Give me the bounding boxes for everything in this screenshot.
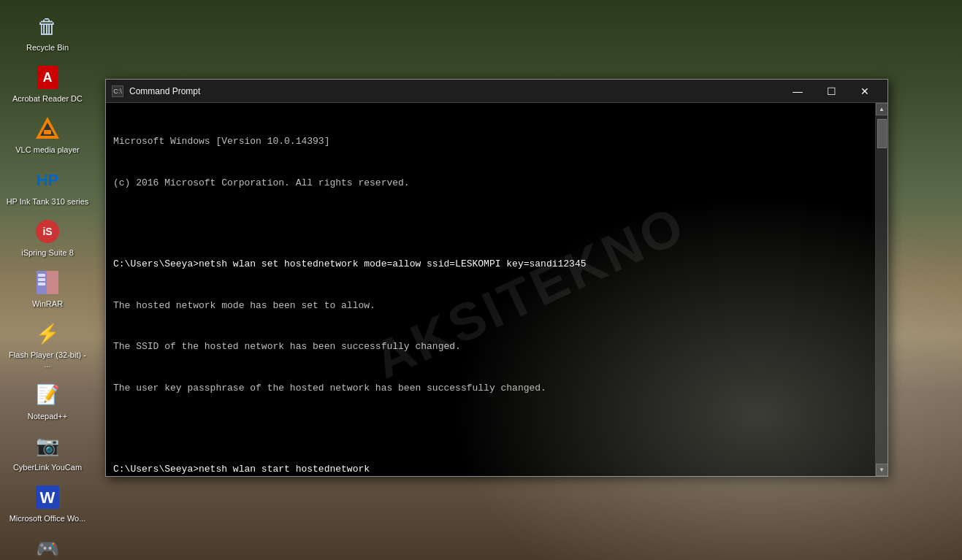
cmd-version-line1: Microsoft Windows [Version 10.0.14393] <box>113 135 868 148</box>
desktop: 🗑 Recycle Bin A Acrobat Reader DC VLC me… <box>0 0 962 560</box>
cmd-blank1 <box>113 218 868 231</box>
svg-text:A: A <box>43 70 53 85</box>
ispring-icon: iS <box>33 217 62 246</box>
scrollbar-thumb[interactable] <box>877 119 887 148</box>
ms-office-icon: W <box>33 483 62 512</box>
cmd-body: Microsoft Windows [Version 10.0.14393] (… <box>106 103 887 476</box>
icon-vlc[interactable]: VLC media player <box>0 110 95 159</box>
cmd-copyright-line: (c) 2016 Microsoft Corporation. All righ… <box>113 177 868 190</box>
cmd-response1b: The SSID of the hosted network has been … <box>113 340 868 353</box>
icon-acrobat[interactable]: A Acrobat Reader DC <box>0 58 95 108</box>
icon-recycle-bin[interactable]: 🗑 Recycle Bin <box>0 7 95 57</box>
icon-hp-label: HP Ink Tank 310 series <box>7 197 89 207</box>
svg-rect-11 <box>38 283 45 285</box>
cmd-blank2 <box>113 423 868 436</box>
cmd-window-title: Command Prompt <box>129 86 781 96</box>
cmd-response1c: The user key passphrase of the hosted ne… <box>113 382 868 395</box>
icon-hp[interactable]: HP HP Ink Tank 310 series <box>0 161 95 211</box>
icon-notepad[interactable]: 📝 Notepad++ <box>0 376 95 426</box>
icon-notepad-label: Notepad++ <box>28 412 67 421</box>
icon-winrar-label: WinRAR <box>32 299 63 309</box>
hp-icon: HP <box>33 166 62 195</box>
scrollbar-track[interactable] <box>876 115 887 464</box>
close-button[interactable]: ✕ <box>848 80 882 103</box>
scrollbar-up-button[interactable]: ▲ <box>876 103 888 115</box>
svg-rect-10 <box>38 278 45 281</box>
cmd-window-controls: — ☐ ✕ <box>781 80 882 103</box>
riot-icon: 🎮 <box>33 534 62 560</box>
icon-ms-office-label: Microsoft Office Wo... <box>9 514 86 523</box>
svg-text:W: W <box>40 488 56 507</box>
icon-cyberlink-label: CyberLink YouCam <box>13 463 82 472</box>
icon-recycle-bin-label: Recycle Bin <box>26 43 69 53</box>
cmd-command2: C:\Users\Seeya>netsh wlan start hostedne… <box>113 463 868 476</box>
icon-ms-office[interactable]: W Microsoft Office Wo... <box>0 478 95 528</box>
recycle-bin-icon: 🗑 <box>33 12 62 41</box>
icon-flash-label: Flash Player (32-bit) - ... <box>6 350 89 369</box>
cmd-terminal-content[interactable]: Microsoft Windows [Version 10.0.14393] (… <box>106 103 875 476</box>
icon-ispring[interactable]: iS iSpring Suite 8 <box>0 212 95 262</box>
icon-acrobat-label: Acrobat Reader DC <box>12 94 83 104</box>
vlc-icon <box>33 114 62 143</box>
svg-rect-8 <box>47 271 58 294</box>
icon-cyberlink[interactable]: 📷 CyberLink YouCam <box>0 427 95 477</box>
cmd-window: C:\ Command Prompt — ☐ ✕ Microsoft Windo… <box>105 79 888 477</box>
desktop-icons: 🗑 Recycle Bin A Acrobat Reader DC VLC me… <box>0 0 102 560</box>
cyberlink-icon: 📷 <box>33 431 62 461</box>
cmd-scrollbar[interactable]: ▲ ▼ <box>875 103 887 476</box>
icon-ispring-label: iSpring Suite 8 <box>21 248 74 258</box>
svg-text:iS: iS <box>42 226 52 237</box>
icon-flash[interactable]: ⚡ Flash Player (32-bit) - ... <box>0 315 95 374</box>
svg-rect-4 <box>44 130 51 134</box>
flash-icon: ⚡ <box>33 319 62 348</box>
acrobat-icon: A <box>33 63 62 92</box>
cmd-app-icon: C:\ <box>112 85 123 97</box>
scrollbar-down-button[interactable]: ▼ <box>876 464 888 476</box>
cmd-response1a: The hosted network mode has been set to … <box>113 299 868 312</box>
icon-vlc-label: VLC media player <box>15 145 79 155</box>
cmd-titlebar: C:\ Command Prompt — ☐ ✕ <box>106 80 887 103</box>
maximize-button[interactable]: ☐ <box>814 80 848 103</box>
cmd-command1: C:\Users\Seeya>netsh wlan set hostednetw… <box>113 258 868 271</box>
icon-riot[interactable]: 🎮 Riot <box>0 529 95 560</box>
icon-winrar[interactable]: WinRAR <box>0 264 95 313</box>
notepad-icon: 📝 <box>33 380 62 410</box>
svg-rect-9 <box>38 274 45 277</box>
winrar-icon <box>33 268 62 297</box>
minimize-button[interactable]: — <box>781 80 814 103</box>
